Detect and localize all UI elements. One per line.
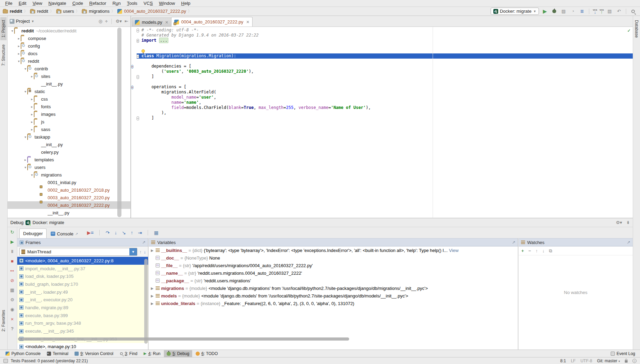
next-frame-icon[interactable]: ↓	[144, 249, 146, 254]
chevron-right-icon[interactable]: ▸	[30, 120, 34, 124]
code-line[interactable]: ↑ dependencies = [	[131, 64, 633, 69]
code-line[interactable]: field=models.CharField(blank=True, max_l…	[131, 105, 633, 110]
code-line[interactable]: ),	[131, 110, 633, 115]
tab-debugger[interactable]: Debugger	[19, 229, 47, 238]
variable-row[interactable]: 01__file__ = {str} '/app/reddit/users/mi…	[149, 262, 518, 269]
menu-item-tools[interactable]: Tools	[124, 0, 140, 7]
fold-minus-icon[interactable]: –	[137, 115, 141, 121]
chevron-right-icon[interactable]: ▸	[23, 158, 27, 162]
chevron-down-icon[interactable]: ▾	[23, 165, 27, 169]
tree-item[interactable]: __init__.py	[8, 209, 130, 216]
step-out-icon[interactable]: ↑	[131, 230, 133, 235]
step-into-icon[interactable]: ↓	[115, 230, 117, 235]
code-line[interactable]: –class Migration(migrations.Migration):	[131, 53, 633, 59]
chevron-right-icon[interactable]: ▶	[150, 302, 154, 305]
line-ending-indicator[interactable]: LF	[571, 358, 575, 363]
run-task-button[interactable]: ≣	[579, 8, 585, 15]
chevron-down-icon[interactable]: ▾	[23, 67, 27, 71]
help-icon[interactable]: ?	[9, 326, 15, 332]
code-line[interactable]: name='name',	[131, 100, 633, 105]
gutter-marker-icon[interactable]: ↑	[131, 64, 137, 69]
vcs-commit-button[interactable]: VCS↑	[600, 9, 604, 14]
tree-item[interactable]: ▸fonts	[8, 103, 130, 110]
tree-item[interactable]: ▾users	[8, 163, 130, 171]
tree-item[interactable]: 0002_auto_20160327_2018.py	[8, 186, 130, 194]
menu-item-code[interactable]: Code	[69, 0, 86, 7]
tree-item[interactable]: ▸config	[8, 42, 130, 50]
encoding-indicator[interactable]: UTF-8	[580, 358, 592, 363]
close-icon[interactable]: ✕	[246, 20, 249, 24]
settings-gear-icon[interactable]: ⚙	[9, 297, 15, 303]
view-link[interactable]: View	[449, 248, 459, 253]
project-panel-title[interactable]: Project ▼	[10, 19, 34, 24]
move-up-icon[interactable]: ↑	[535, 248, 538, 253]
tree-item[interactable]: ▾reddit~/cookiecutter/reddit	[8, 27, 130, 34]
variable-row[interactable]: 01__doc__ = {NoneType} None	[149, 254, 518, 262]
copy-icon[interactable]: ⧉	[549, 248, 552, 254]
panel-options-icon[interactable]: ↗	[512, 240, 515, 245]
resume-icon[interactable]: ▶	[9, 239, 15, 245]
coverage-button[interactable]: ▨	[560, 8, 567, 15]
menu-item-file[interactable]: File	[2, 0, 16, 7]
show-changes-button[interactable]: ▤	[606, 8, 613, 15]
frame-row[interactable]: <module>, 0004_auto_20160327_2222.py:8	[17, 257, 148, 265]
restore-layout-icon[interactable]: ▦	[9, 287, 15, 293]
code-line[interactable]	[131, 43, 633, 48]
chevron-down-icon[interactable]: ▾	[23, 90, 27, 93]
run-button[interactable]: ▶	[541, 8, 548, 15]
fold-minus-icon[interactable]: –	[137, 28, 141, 33]
code-line[interactable]: ('users', '0003_auto_20160327_2220'),	[131, 69, 633, 74]
breadcrumb-item[interactable]: users〉	[56, 9, 81, 14]
chevron-right-icon[interactable]: ▸	[30, 128, 34, 131]
hector-inspector-icon[interactable]: ☺	[632, 359, 637, 363]
breakpoint-icon[interactable]	[131, 53, 137, 59]
hide-panel-icon[interactable]: ⇤	[125, 19, 128, 24]
chevron-right-icon[interactable]: ▸	[30, 97, 34, 101]
chevron-right-icon[interactable]: ▶	[150, 286, 154, 290]
panel-options-icon[interactable]: ↗	[627, 240, 630, 245]
vcs-update-button[interactable]: VCS↓	[593, 9, 597, 14]
tree-item[interactable]: ▸sass	[8, 125, 130, 133]
code-line[interactable]: model_name='user',	[131, 95, 633, 100]
chevron-down-icon[interactable]: ▾	[10, 29, 14, 33]
remove-watch-icon[interactable]: −	[529, 248, 531, 253]
menu-item-run[interactable]: Run	[109, 0, 124, 7]
sidebar-tab-database[interactable]: Database	[633, 17, 640, 40]
run-to-cursor-icon[interactable]: ⇥	[138, 230, 142, 235]
step-into-my-code-icon[interactable]: ↘	[122, 230, 126, 235]
tree-item[interactable]: __init__.py	[8, 141, 130, 148]
frame-row[interactable]: import_module, __init__.py:37	[17, 265, 148, 273]
view-breakpoints-icon[interactable]: ●●	[9, 268, 15, 274]
fold-plus-icon[interactable]: +	[137, 38, 141, 43]
code-line[interactable]	[131, 48, 633, 53]
toolwindow-tab-terminal[interactable]: Terminal	[44, 350, 71, 357]
toolwindow-toggle-icon[interactable]	[3, 359, 8, 363]
step-over-icon[interactable]: ↷	[106, 230, 110, 235]
code-line[interactable]: # Generated by Django 1.9.4 on 2016-03-2…	[131, 33, 633, 38]
tree-item[interactable]: ▸images	[8, 110, 130, 118]
chevron-right-icon[interactable]: ▸	[30, 105, 34, 109]
caret-position[interactable]: 8:1	[560, 358, 566, 363]
tree-item[interactable]: celery.py	[8, 148, 130, 156]
code-line[interactable]: – ]	[131, 115, 633, 121]
tree-item[interactable]: ▸docs	[8, 50, 130, 57]
tree-item[interactable]: ▾contrib	[8, 65, 130, 72]
variable-row[interactable]: 01__package__ = {str} 'reddit.users.migr…	[149, 277, 518, 284]
hide-toolwindow-icon[interactable]: ⇟	[626, 220, 630, 225]
tree-item[interactable]: ▾static	[8, 88, 130, 95]
collapse-all-icon[interactable]: ÷	[105, 19, 108, 24]
code-line[interactable]: –# -*- coding: utf-8 -*-	[131, 28, 633, 33]
rerun-icon[interactable]: ↻	[9, 229, 15, 235]
code-line[interactable]: +import ...	[131, 38, 633, 43]
variable-row[interactable]: ▶models = {module} <module 'django.db.mo…	[149, 292, 518, 300]
chevron-right-icon[interactable]: ▸	[30, 74, 34, 78]
gear-icon[interactable]: ⚙▾	[116, 19, 122, 24]
toolwindow-tab-5-debug[interactable]: 5: Debug	[164, 350, 192, 357]
breadcrumb-item[interactable]: 0004_auto_20160327_2222.py〉	[117, 9, 193, 14]
search-everywhere-button[interactable]	[630, 8, 637, 15]
tree-item[interactable]: ▾reddit	[8, 57, 130, 65]
intention-bulb-icon[interactable]	[141, 49, 145, 53]
chevron-down-icon[interactable]: ▾	[17, 59, 21, 63]
gutter-marker-icon[interactable]: ↑	[131, 84, 137, 90]
chevron-right-icon[interactable]: ▸	[17, 44, 21, 48]
